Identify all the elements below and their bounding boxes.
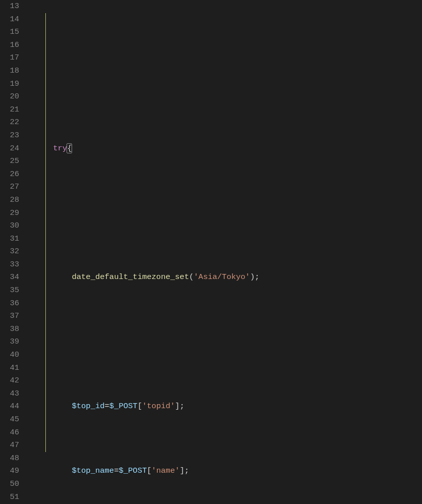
- line-number: 40: [0, 349, 19, 362]
- line-number: 47: [0, 439, 19, 452]
- code-line[interactable]: [29, 207, 422, 220]
- line-number: 49: [0, 465, 19, 478]
- line-number: 41: [0, 362, 19, 375]
- line-number: 24: [0, 142, 19, 155]
- var-top-name: $top_name: [72, 466, 114, 475]
- code-line[interactable]: try{: [29, 142, 422, 155]
- line-number: 29: [0, 207, 19, 220]
- var-post: $_POST: [118, 466, 147, 475]
- line-number: 21: [0, 103, 19, 117]
- str-asia-tokyo: 'Asia/Tokyo': [194, 272, 250, 282]
- line-number: 30: [0, 219, 19, 233]
- code-line[interactable]: [29, 335, 422, 349]
- line-number: 28: [0, 194, 19, 207]
- code-line[interactable]: $top_id=$_POST['topid'];: [29, 400, 422, 413]
- line-number: 42: [0, 374, 19, 387]
- line-number: 13: [0, 0, 19, 13]
- keyword-try: try: [53, 144, 67, 153]
- line-number: 34: [0, 271, 19, 284]
- line-number: 37: [0, 310, 19, 323]
- line-number: 46: [0, 426, 19, 439]
- code-line[interactable]: [29, 78, 422, 91]
- var-post: $_POST: [109, 402, 138, 411]
- line-number: 17: [0, 51, 19, 65]
- line-number: 31: [0, 233, 19, 246]
- line-number: 27: [0, 181, 19, 194]
- line-number-gutter: 1314151617181920212223242526272829303132…: [0, 0, 29, 504]
- line-number: 44: [0, 400, 19, 413]
- line-number: 33: [0, 258, 19, 271]
- line-number: 39: [0, 335, 19, 349]
- str-topid: 'topid': [142, 402, 175, 411]
- line-number: 32: [0, 245, 19, 258]
- line-number: 14: [0, 13, 19, 26]
- code-line[interactable]: $top_name=$_POST['name'];: [29, 465, 422, 478]
- line-number: 38: [0, 323, 19, 336]
- line-number: 35: [0, 284, 19, 297]
- fn-date-default-timezone-set: date_default_timezone_set: [72, 272, 189, 282]
- line-number: 43: [0, 387, 19, 401]
- line-number: 51: [0, 491, 19, 504]
- code-line[interactable]: date_default_timezone_set('Asia/Tokyo');: [29, 271, 422, 284]
- line-number: 25: [0, 155, 19, 168]
- line-number: 50: [0, 478, 19, 491]
- line-number: 36: [0, 297, 19, 310]
- line-number: 26: [0, 168, 19, 181]
- line-number: 18: [0, 65, 19, 78]
- line-number: 16: [0, 39, 19, 52]
- code-editor[interactable]: 1314151617181920212223242526272829303132…: [0, 0, 422, 504]
- str-name: 'name': [152, 466, 180, 475]
- line-number: 15: [0, 26, 19, 39]
- line-number: 23: [0, 129, 19, 142]
- line-number: 45: [0, 413, 19, 426]
- line-number: 20: [0, 90, 19, 103]
- line-number: 19: [0, 78, 19, 91]
- var-top-id: $top_id: [72, 402, 104, 411]
- line-number: 22: [0, 116, 19, 129]
- code-area[interactable]: try{ date_default_timezone_set('Asia/Tok…: [29, 0, 422, 504]
- line-number: 48: [0, 452, 19, 465]
- brace-open: {: [67, 144, 72, 153]
